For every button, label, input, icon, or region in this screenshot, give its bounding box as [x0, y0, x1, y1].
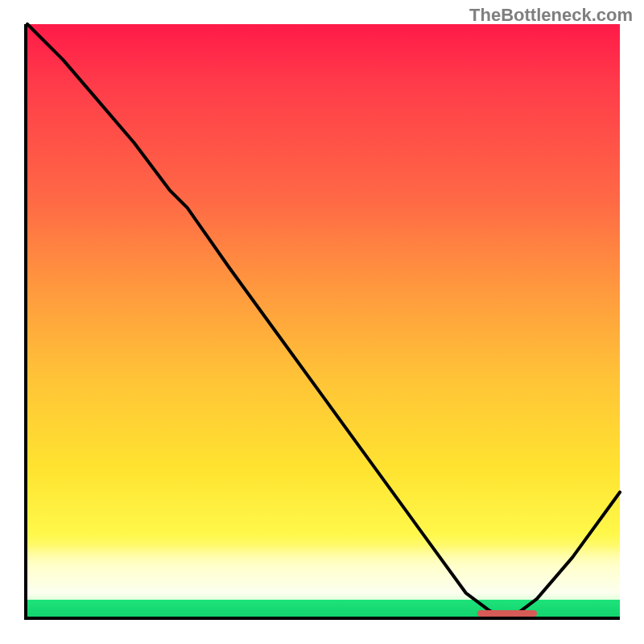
chart-plot-area	[24, 24, 620, 620]
attribution-text: TheBottleneck.com	[469, 5, 633, 26]
chart-line	[27, 24, 620, 617]
minimum-marker	[477, 610, 537, 617]
bottleneck-curve-path	[27, 24, 620, 617]
